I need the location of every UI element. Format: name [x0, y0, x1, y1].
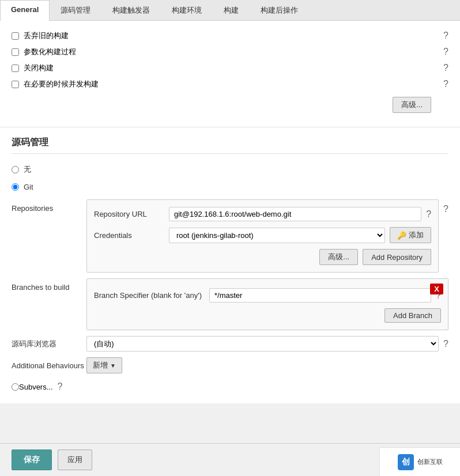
- branches-label: Branches to build: [12, 278, 86, 292]
- radio-git-row: Git: [12, 180, 448, 194]
- radio-git[interactable]: [12, 183, 19, 191]
- concurrent-build-label: 在必要的时候并发构建: [24, 79, 99, 89]
- disable-build-label: 关闭构建: [24, 63, 54, 73]
- advanced-btn-row: 高级...: [12, 92, 448, 120]
- remove-branch-button[interactable]: X: [430, 284, 443, 294]
- tab-post-build[interactable]: 构建后操作: [250, 0, 309, 20]
- discard-old-builds-label: 丢弃旧的构建: [24, 31, 69, 41]
- help-icon-browser[interactable]: ?: [443, 339, 448, 349]
- credentials-controls: root (jenkins-gilab-root) 🔑 添加: [169, 227, 431, 243]
- browser-row: 源码库浏览器 (自动) ?: [12, 336, 448, 352]
- browser-select[interactable]: (自动): [86, 336, 439, 352]
- help-icon-3[interactable]: ?: [443, 63, 448, 73]
- tab-build-trigger[interactable]: 构建触发器: [101, 0, 161, 20]
- repo-advanced-button[interactable]: 高级...: [319, 249, 358, 265]
- scm-section: 源码管理 无 Git Repositories Repository URL ?: [0, 127, 460, 403]
- radio-none-label: 无: [24, 164, 31, 175]
- browser-label: 源码库浏览器: [12, 339, 86, 349]
- repositories-box: Repository URL ? Credentials root (jenki…: [86, 199, 439, 273]
- branch-specifier-row: Branch Specifier (blank for 'any') ?: [94, 288, 441, 303]
- watermark-inner: 创 创新互联: [398, 454, 443, 470]
- tab-build[interactable]: 构建: [213, 0, 250, 20]
- add-branch-button[interactable]: Add Branch: [384, 308, 441, 323]
- credentials-label: Credentials: [94, 231, 169, 240]
- discard-old-builds-checkbox[interactable]: [12, 32, 19, 40]
- branch-specifier-label: Branch Specifier (blank for 'any'): [94, 291, 209, 300]
- radio-git-label: Git: [24, 183, 33, 191]
- checkbox-row-4: 在必要的时候并发构建 ?: [12, 76, 448, 92]
- add-credential-button[interactable]: 🔑 添加: [390, 227, 431, 243]
- key-icon: 🔑: [397, 231, 406, 240]
- add-repository-button[interactable]: Add Repository: [363, 249, 431, 265]
- watermark-logo: 创: [398, 454, 414, 470]
- watermark: 创 创新互联: [379, 447, 460, 476]
- add-behaviour-button[interactable]: 新增 ▼: [86, 357, 122, 373]
- repo-url-label: Repository URL: [94, 210, 169, 218]
- branch-specifier-input[interactable]: [209, 288, 431, 303]
- help-icon-1[interactable]: ?: [443, 31, 448, 41]
- disable-build-checkbox[interactable]: [12, 65, 19, 72]
- branches-panel: Branches to build X Branch Specifier (bl…: [12, 278, 448, 330]
- help-icon-2[interactable]: ?: [443, 47, 448, 57]
- help-icon-repos[interactable]: ?: [443, 199, 448, 214]
- tab-scm[interactable]: 源码管理: [50, 0, 101, 20]
- watermark-text: 创新互联: [417, 458, 443, 466]
- param-build-checkbox[interactable]: [12, 48, 19, 56]
- branches-box: X Branch Specifier (blank for 'any') ? A…: [86, 278, 448, 330]
- scm-section-title: 源码管理: [12, 137, 448, 154]
- save-button[interactable]: 保存: [12, 449, 52, 470]
- behaviour-row: Additional Behaviours 新增 ▼: [12, 357, 448, 373]
- credentials-select[interactable]: root (jenkins-gilab-root): [169, 228, 385, 243]
- repo-url-input[interactable]: [169, 207, 421, 221]
- branch-btn-row: Add Branch: [94, 308, 441, 323]
- repositories-label: Repositories: [12, 199, 86, 213]
- repo-btn-row: 高级... Add Repository: [94, 249, 431, 265]
- radio-none-row: 无: [12, 162, 448, 177]
- apply-button[interactable]: 应用: [58, 449, 92, 470]
- help-icon-subversion[interactable]: ?: [58, 381, 63, 392]
- tab-bar: General 源码管理 构建触发器 构建环境 构建 构建后操作: [0, 0, 460, 21]
- help-icon-repo-url[interactable]: ?: [426, 209, 431, 220]
- radio-none[interactable]: [12, 166, 19, 173]
- concurrent-build-checkbox[interactable]: [12, 81, 19, 88]
- subversion-label: Subvers...: [19, 383, 53, 391]
- credentials-row-wrap: Credentials root (jenkins-gilab-root) 🔑 …: [94, 227, 431, 243]
- radio-subversion[interactable]: [12, 383, 19, 391]
- checkbox-row-2: 参数化构建过程 ?: [12, 44, 448, 60]
- checkbox-row-1: 丢弃旧的构建 ?: [12, 28, 448, 44]
- help-icon-4[interactable]: ?: [443, 79, 448, 89]
- repo-url-row: Repository URL ?: [94, 207, 431, 221]
- dropdown-arrow-icon: ▼: [110, 362, 116, 369]
- add-cred-label: 添加: [409, 230, 424, 240]
- tab-build-env[interactable]: 构建环境: [161, 0, 213, 20]
- checkbox-section: 丢弃旧的构建 ? 参数化构建过程 ? 关闭构建 ? 在必要的时候并发构建 ? 高…: [0, 21, 460, 127]
- param-build-label: 参数化构建过程: [24, 47, 76, 57]
- repositories-panel: Repositories Repository URL ? Credential…: [12, 199, 448, 273]
- add-new-label: 新增: [93, 360, 108, 371]
- subversion-row: Subvers... ?: [12, 379, 448, 394]
- tab-general[interactable]: General: [0, 0, 50, 21]
- checkbox-row-3: 关闭构建 ?: [12, 60, 448, 76]
- advanced-button[interactable]: 高级...: [393, 97, 431, 113]
- behaviour-label: Additional Behaviours: [12, 361, 86, 370]
